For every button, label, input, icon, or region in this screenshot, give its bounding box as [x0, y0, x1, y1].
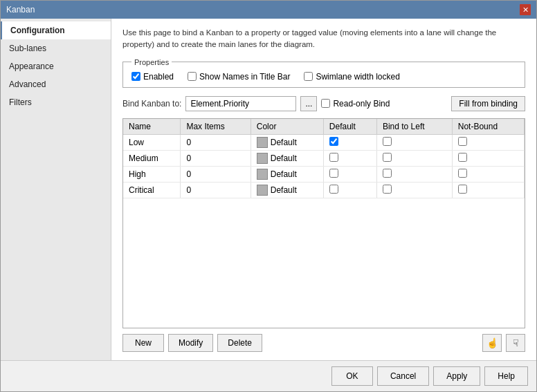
bind-to-left-checkbox[interactable]	[383, 137, 392, 146]
not-bound-checkbox[interactable]	[458, 153, 467, 162]
move-down-button[interactable]: ☟	[506, 334, 525, 352]
sidebar-item-filters[interactable]: Filters	[1, 93, 111, 111]
sidebar: Configuration Sub-lanes Appearance Advan…	[1, 19, 111, 360]
color-label: Default	[271, 169, 297, 179]
kanban-dialog: Kanban ✕ Configuration Sub-lanes Appeara…	[0, 0, 537, 392]
bind-row: Bind Kanban to: ... Read-only Bind Fill …	[122, 96, 525, 111]
color-swatch	[257, 137, 268, 148]
cell-name: Low	[123, 134, 181, 150]
swimlane-width-checkbox[interactable]	[304, 72, 313, 81]
footer: OK Cancel Apply Help	[1, 360, 536, 391]
sidebar-item-configuration[interactable]: Configuration	[1, 21, 111, 39]
bind-to-left-checkbox[interactable]	[383, 153, 392, 162]
bind-to-left-checkbox[interactable]	[383, 185, 392, 194]
cell-max-items: 0	[181, 134, 251, 150]
bind-kanban-label: Bind Kanban to:	[122, 99, 181, 109]
dialog-title: Kanban	[6, 5, 35, 15]
col-not-bound: Not-Bound	[452, 119, 524, 135]
cell-max-items: 0	[181, 150, 251, 166]
sidebar-item-appearance[interactable]: Appearance	[1, 57, 111, 75]
move-down-icon: ☟	[513, 337, 519, 348]
default-checkbox[interactable]	[329, 185, 338, 194]
cell-not-bound[interactable]	[452, 150, 524, 166]
table-row: High 0 Default	[123, 166, 525, 182]
color-label: Default	[271, 185, 297, 195]
cell-not-bound[interactable]	[452, 182, 524, 198]
table-row: Low 0 Default	[123, 134, 525, 150]
show-names-checkbox-label[interactable]: Show Names in Title Bar	[188, 72, 290, 82]
main-content: Use this page to bind a Kanban to a prop…	[111, 19, 536, 360]
readonly-bind-label[interactable]: Read-only Bind	[321, 99, 390, 109]
cell-bind-to-left[interactable]	[376, 182, 452, 198]
properties-checkbox-row: Enabled Show Names in Title Bar Swimlane…	[131, 72, 516, 82]
table-row: Medium 0 Default	[123, 150, 525, 166]
cell-max-items: 0	[181, 182, 251, 198]
ok-button[interactable]: OK	[331, 366, 373, 386]
fill-from-binding-button[interactable]: Fill from binding	[451, 96, 525, 111]
cell-not-bound[interactable]	[452, 166, 524, 182]
readonly-bind-checkbox[interactable]	[321, 99, 330, 108]
help-button[interactable]: Help	[484, 366, 528, 386]
col-max-items: Max Items	[181, 119, 251, 135]
lanes-table-container: Name Max Items Color Default Bind to Lef…	[122, 118, 525, 329]
cell-bind-to-left[interactable]	[376, 134, 452, 150]
apply-button[interactable]: Apply	[433, 366, 480, 386]
cell-bind-to-left[interactable]	[376, 150, 452, 166]
default-checkbox[interactable]	[329, 153, 338, 162]
not-bound-checkbox[interactable]	[458, 137, 467, 146]
default-checkbox[interactable]	[329, 169, 338, 178]
cell-default[interactable]	[323, 150, 376, 166]
cell-not-bound[interactable]	[452, 134, 524, 150]
cell-default[interactable]	[323, 166, 376, 182]
properties-legend: Properties	[131, 58, 172, 66]
swimlane-width-checkbox-label[interactable]: Swimlane width locked	[304, 72, 399, 82]
delete-button[interactable]: Delete	[217, 334, 262, 352]
lanes-table: Name Max Items Color Default Bind to Lef…	[123, 119, 525, 198]
color-swatch	[257, 185, 268, 196]
cell-name: High	[123, 166, 181, 182]
cell-name: Medium	[123, 150, 181, 166]
cell-bind-to-left[interactable]	[376, 166, 452, 182]
col-name: Name	[123, 119, 181, 135]
col-bind-to-left: Bind to Left	[376, 119, 452, 135]
cell-default[interactable]	[323, 182, 376, 198]
color-label: Default	[271, 153, 297, 163]
cell-name: Critical	[123, 182, 181, 198]
properties-group: Properties Enabled Show Names in Title B…	[122, 58, 525, 88]
color-swatch	[257, 153, 268, 164]
show-names-checkbox[interactable]	[188, 72, 197, 81]
cell-max-items: 0	[181, 166, 251, 182]
browse-button[interactable]: ...	[300, 96, 317, 111]
cell-color: Default	[251, 150, 323, 166]
dialog-body: Configuration Sub-lanes Appearance Advan…	[1, 19, 536, 360]
not-bound-checkbox[interactable]	[458, 185, 467, 194]
bind-to-left-checkbox[interactable]	[383, 169, 392, 178]
cancel-button[interactable]: Cancel	[377, 366, 429, 386]
cell-color: Default	[251, 182, 323, 198]
close-button[interactable]: ✕	[520, 4, 531, 15]
modify-button[interactable]: Modify	[168, 334, 213, 352]
cell-default[interactable]	[323, 134, 376, 150]
cell-color: Default	[251, 134, 323, 150]
title-bar: Kanban ✕	[1, 1, 536, 19]
move-up-icon: ☝	[486, 337, 498, 348]
enabled-checkbox[interactable]	[131, 72, 140, 81]
bind-kanban-input[interactable]	[185, 96, 296, 111]
table-row: Critical 0 Default	[123, 182, 525, 198]
sidebar-item-sub-lanes[interactable]: Sub-lanes	[1, 39, 111, 57]
enabled-checkbox-label[interactable]: Enabled	[131, 72, 174, 82]
cell-color: Default	[251, 166, 323, 182]
action-row: New Modify Delete ☝ ☟	[122, 334, 525, 352]
sidebar-item-advanced[interactable]: Advanced	[1, 75, 111, 93]
color-swatch	[257, 169, 268, 180]
col-color: Color	[251, 119, 323, 135]
move-up-button[interactable]: ☝	[482, 334, 502, 352]
color-label: Default	[271, 138, 297, 147]
col-default: Default	[323, 119, 376, 135]
not-bound-checkbox[interactable]	[458, 169, 467, 178]
new-button[interactable]: New	[122, 334, 164, 352]
default-checkbox[interactable]	[329, 137, 338, 146]
description-text: Use this page to bind a Kanban to a prop…	[122, 27, 525, 51]
